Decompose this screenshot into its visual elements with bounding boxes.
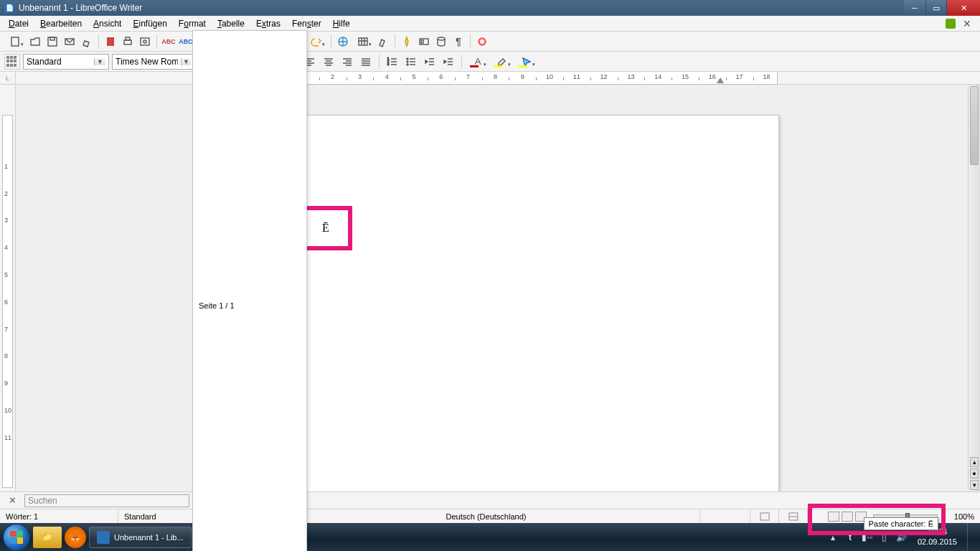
minimize-button[interactable]: ─ bbox=[904, 0, 925, 16]
table-button[interactable] bbox=[352, 34, 374, 50]
increase-indent-button[interactable] bbox=[440, 54, 456, 70]
prev-page-button[interactable]: ▴ bbox=[970, 457, 979, 467]
show-draw-button[interactable] bbox=[375, 34, 391, 50]
menu-ansicht[interactable]: Ansicht bbox=[88, 17, 127, 30]
close-button[interactable]: ✕ bbox=[947, 0, 980, 16]
data-sources-button[interactable] bbox=[433, 34, 449, 50]
maximize-button[interactable]: ▭ bbox=[925, 0, 947, 16]
titlebar[interactable]: 📄 Unbenannt 1 - LibreOffice Writer ─ ▭ ✕ bbox=[0, 0, 980, 16]
navigation-button[interactable]: ● bbox=[970, 468, 979, 479]
close-document-button[interactable]: ✕ bbox=[963, 18, 971, 29]
navigator-button[interactable] bbox=[399, 34, 415, 50]
export-pdf-button[interactable] bbox=[103, 34, 118, 50]
menu-hilfe[interactable]: Hilfe bbox=[327, 17, 356, 30]
next-page-button[interactable]: ▾ bbox=[970, 480, 979, 490]
start-button[interactable] bbox=[3, 524, 30, 551]
help-button[interactable] bbox=[474, 34, 490, 50]
edit-button[interactable] bbox=[79, 34, 95, 50]
menu-bearbeiten[interactable]: Bearbeiten bbox=[34, 17, 88, 30]
status-words[interactable]: Wörter: 1 bbox=[0, 509, 118, 523]
new-button[interactable] bbox=[4, 34, 26, 50]
tray-volume-icon[interactable]: 🔊 bbox=[896, 532, 908, 543]
font-color-button[interactable]: A bbox=[467, 54, 489, 70]
right-indent-marker[interactable] bbox=[717, 77, 724, 83]
svg-point-27 bbox=[407, 61, 408, 62]
view-multi-button[interactable] bbox=[842, 512, 853, 522]
status-page[interactable]: Seite 1 / 1 bbox=[192, 30, 307, 551]
explorer-icon[interactable]: 📁 bbox=[33, 527, 62, 548]
font-name-combo[interactable]: Times New Roman▼ bbox=[112, 54, 194, 70]
status-insertmode[interactable] bbox=[700, 509, 750, 523]
svg-point-20 bbox=[438, 37, 445, 40]
auto-spellcheck-button[interactable]: ABC bbox=[178, 34, 194, 50]
status-selectionmode[interactable] bbox=[750, 509, 779, 523]
view-single-button[interactable] bbox=[828, 512, 839, 522]
standard-toolbar: ABC ABC ¶ bbox=[0, 32, 980, 52]
print-preview-button[interactable] bbox=[137, 34, 153, 50]
nonprinting-chars-button[interactable]: ¶ bbox=[451, 34, 466, 50]
vertical-ruler[interactable]: 1234567891011 bbox=[0, 85, 16, 491]
window-title: Unbenannt 1 - LibreOffice Writer bbox=[19, 3, 142, 13]
highlight-color-button[interactable] bbox=[491, 54, 513, 70]
align-justify-button[interactable] bbox=[358, 54, 374, 70]
svg-point-28 bbox=[407, 64, 408, 65]
update-icon[interactable] bbox=[946, 19, 956, 29]
scrollbar-thumb[interactable] bbox=[970, 86, 979, 165]
document-text[interactable]: Ē bbox=[322, 222, 329, 235]
firefox-icon[interactable]: 🦊 bbox=[65, 527, 86, 548]
svg-point-22 bbox=[480, 39, 484, 44]
svg-rect-2 bbox=[50, 37, 55, 40]
writer-taskbar-icon bbox=[97, 531, 110, 544]
paragraph-style-combo[interactable]: Standard▼ bbox=[23, 54, 109, 70]
bullet-list-button[interactable] bbox=[403, 54, 419, 70]
taskbar-item-label: Unbenannt 1 - Lib... bbox=[114, 533, 184, 542]
email-button[interactable] bbox=[62, 34, 77, 50]
svg-marker-17 bbox=[405, 37, 408, 46]
menu-format[interactable]: Format bbox=[173, 17, 212, 30]
find-input[interactable]: Suchen bbox=[24, 494, 189, 507]
spellcheck-button[interactable]: ABC bbox=[161, 34, 176, 50]
tray-network-icon[interactable]: ▮◦◦ bbox=[862, 532, 873, 543]
svg-point-26 bbox=[407, 58, 408, 60]
svg-rect-30 bbox=[760, 513, 769, 520]
numbered-list-button[interactable]: 123 bbox=[385, 54, 400, 70]
tray-clock[interactable]: 19:36 02.09.2015 bbox=[918, 527, 957, 546]
decrease-indent-button[interactable] bbox=[422, 54, 438, 70]
svg-text:3: 3 bbox=[387, 62, 390, 66]
svg-rect-7 bbox=[141, 38, 149, 45]
open-button[interactable] bbox=[27, 34, 43, 50]
background-color-button[interactable] bbox=[516, 54, 537, 70]
align-right-button[interactable] bbox=[339, 54, 355, 70]
menu-fenster[interactable]: Fenster bbox=[286, 17, 327, 30]
menu-datei[interactable]: Datei bbox=[3, 17, 34, 30]
menu-einfuegen[interactable]: Einfügen bbox=[127, 17, 172, 30]
windows-taskbar[interactable]: 📁 🦊 Unbenannt 1 - Lib... ▴ t ▮◦◦ ▯ 🔊 19:… bbox=[0, 523, 980, 551]
menu-tabelle[interactable]: Tabelle bbox=[212, 17, 250, 30]
status-zoom[interactable]: 100% bbox=[944, 509, 980, 523]
save-button[interactable] bbox=[44, 34, 60, 50]
svg-rect-16 bbox=[359, 38, 367, 45]
taskbar-item-writer[interactable]: Unbenannt 1 - Lib... bbox=[89, 527, 192, 548]
document-area[interactable]: Ē bbox=[16, 85, 968, 491]
app-window: 📄 Unbenannt 1 - LibreOffice Writer ─ ▭ ✕… bbox=[0, 0, 980, 523]
redo-button[interactable] bbox=[306, 34, 327, 50]
statusbar: Seite 1 / 1 Wörter: 1 Standard Deutsch (… bbox=[0, 509, 980, 523]
gallery-button[interactable] bbox=[416, 34, 432, 50]
status-signature[interactable] bbox=[779, 509, 808, 523]
find-toolbar: ✕ Suchen ▼ ▲ ▼ bbox=[0, 491, 980, 509]
close-findbar-button[interactable]: ✕ bbox=[4, 493, 20, 509]
vertical-scrollbar[interactable]: ▴ ● ▾ bbox=[968, 85, 980, 491]
print-button[interactable] bbox=[120, 34, 136, 50]
horizontal-ruler[interactable]: 1123456789101112131415161718 bbox=[16, 72, 980, 84]
ruler-corner: L bbox=[0, 72, 16, 84]
tray-battery-icon[interactable]: ▯ bbox=[879, 532, 890, 543]
hyperlink-button[interactable] bbox=[335, 34, 351, 50]
styles-window-button[interactable] bbox=[4, 54, 20, 70]
svg-rect-5 bbox=[124, 40, 131, 44]
tray-app-icon[interactable]: t bbox=[844, 532, 856, 543]
show-desktop-button[interactable] bbox=[967, 523, 974, 551]
align-center-button[interactable] bbox=[321, 54, 336, 70]
tray-show-hidden-icon[interactable]: ▴ bbox=[827, 532, 839, 543]
menu-extras[interactable]: Extras bbox=[250, 17, 286, 30]
status-language[interactable]: Deutsch (Deutschland) bbox=[273, 509, 700, 523]
